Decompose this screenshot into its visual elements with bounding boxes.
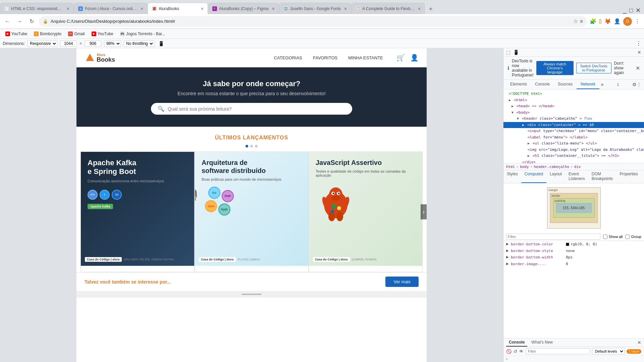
dot-1[interactable] bbox=[246, 145, 248, 147]
bc-header[interactable]: header.cabeçalho bbox=[534, 165, 569, 169]
show-all-checkbox[interactable] bbox=[603, 235, 607, 239]
suggestion-button[interactable]: Ver mais bbox=[385, 277, 419, 287]
bookmark-gmail[interactable]: M Gmail bbox=[65, 31, 87, 37]
minimize-button[interactable]: ⎯ bbox=[623, 7, 627, 14]
book-card-1[interactable]: Apache Kafkae Spring Boot Comunicação as… bbox=[80, 152, 195, 272]
dt-subtab-accessibility[interactable]: Accessibility bbox=[641, 170, 644, 183]
dt-kebab-icon[interactable]: ⋮ bbox=[637, 82, 641, 87]
dt-node-body[interactable]: ▼ <body> bbox=[503, 110, 644, 116]
dt-switch-btn[interactable]: Switch DevTools to Portuguese bbox=[576, 63, 611, 73]
dt-node-head[interactable]: ▶ <head> == </head> bbox=[503, 103, 644, 110]
nav-categorias[interactable]: CATEGORIAS bbox=[274, 55, 302, 60]
dt-tab-sources[interactable]: Sources bbox=[554, 80, 577, 89]
reload-button[interactable]: ↻ bbox=[27, 17, 36, 26]
bookmark-youtube-1[interactable]: ▶ YouTube bbox=[3, 31, 30, 37]
zoom-select[interactable]: 98% bbox=[104, 40, 121, 47]
dt-html-tree[interactable]: <!DOCTYPE html> ▶ <html> ▶ <head> == </h… bbox=[503, 89, 644, 163]
dt-console-ban-icon[interactable]: 🚫 bbox=[506, 349, 512, 354]
dt-console-tab-console[interactable]: Console bbox=[506, 339, 527, 347]
cart-icon[interactable]: 🛒 bbox=[396, 54, 405, 62]
height-input[interactable] bbox=[85, 41, 101, 47]
dt-console-prompt-row[interactable]: › bbox=[503, 356, 644, 362]
dt-node-ul[interactable]: ▶ <ul class="lista-menu"> </ul> bbox=[503, 140, 644, 147]
back-button[interactable]: ← bbox=[3, 17, 12, 26]
dt-node-header[interactable]: ▼ <header class="cabeçalho" > flex bbox=[503, 116, 644, 122]
dt-console-filter-input[interactable] bbox=[526, 348, 590, 354]
dt-device-icon[interactable]: 📱 bbox=[513, 50, 519, 55]
prop-arrow-3[interactable]: ▶ bbox=[506, 254, 509, 260]
maximize-button[interactable]: □ bbox=[629, 7, 633, 14]
dt-console-refresh-icon[interactable]: ↺ bbox=[514, 349, 517, 354]
settings-icon[interactable]: ⋮ bbox=[635, 18, 640, 24]
nav-favoritos[interactable]: FAVORITOS bbox=[313, 55, 337, 60]
dt-inspect-icon[interactable]: ⬚ bbox=[506, 50, 511, 55]
dt-node-label[interactable]: <label for="menu"> </label> bbox=[503, 134, 644, 141]
dt-always-match-btn[interactable]: Always match Chrome's language bbox=[536, 61, 574, 75]
dt-subtab-event-listeners[interactable]: Event Listeners bbox=[565, 170, 588, 183]
dt-subtab-styles[interactable]: Styles bbox=[503, 170, 521, 183]
dt-console-tab-whatsnew[interactable]: What's New bbox=[529, 339, 555, 347]
dt-levels-select[interactable]: Default levels bbox=[592, 348, 625, 355]
tab-6-close[interactable]: × bbox=[418, 6, 421, 11]
dt-node-html[interactable]: ▶ <html> bbox=[503, 97, 644, 104]
tab-6[interactable]: 📋 A Complete Guide to Flexbox | C... × bbox=[351, 3, 425, 14]
dt-node-h1[interactable]: ▶ <h1 class="container__titulo"> == </h1… bbox=[503, 153, 644, 159]
dt-prop-border-bottom-color[interactable]: ▶ border-bottom-color rgb(0, 0, 0) bbox=[503, 241, 644, 248]
extension-puzzle-icon[interactable]: 🧩 bbox=[590, 18, 596, 24]
dt-notif-close[interactable]: ✕ bbox=[636, 65, 640, 71]
dt-prompt-expand[interactable]: › bbox=[506, 357, 507, 361]
bookmark-bombcrypto[interactable]: ₿ Bombcrypto bbox=[31, 31, 64, 37]
extension-icon[interactable]: 🦊 bbox=[604, 18, 611, 24]
dt-subtab-computed[interactable]: Computed bbox=[521, 170, 546, 183]
tab-3[interactable]: 📕 AluraBooks × bbox=[148, 3, 208, 14]
responsive-select[interactable]: Responsive bbox=[28, 40, 57, 47]
dt-console-eye-icon[interactable]: 👁 bbox=[519, 349, 524, 354]
tab-1-close[interactable]: × bbox=[67, 6, 69, 11]
throttle-select[interactable]: No throttling bbox=[124, 40, 154, 47]
profile-picture-icon[interactable]: 👤 bbox=[614, 18, 621, 24]
bookmark-jogos[interactable]: 🎮 Jogos Torrents - Bai... bbox=[117, 31, 168, 37]
bc-html[interactable]: html bbox=[506, 165, 515, 169]
dt-subtab-dom-breakpoints[interactable]: DOM Breakpoints bbox=[588, 170, 616, 183]
dt-prop-border-bottom-width[interactable]: ▶ border-bottom-width 0px bbox=[503, 254, 644, 261]
tab-4-close[interactable]: × bbox=[272, 6, 274, 11]
book-card-3[interactable]: JavaScript Assertivo Testes e qualidade … bbox=[309, 152, 423, 272]
reader-icon[interactable]: ≡ bbox=[580, 18, 583, 24]
new-tab-button[interactable]: + bbox=[426, 4, 436, 14]
dt-tab-elements[interactable]: Elements bbox=[506, 80, 531, 89]
group-checkbox[interactable] bbox=[625, 235, 630, 239]
dt-close-icon[interactable]: ✕ bbox=[637, 50, 641, 55]
user-icon[interactable]: 👤 bbox=[410, 54, 419, 62]
more-options-icon[interactable]: ⋮ bbox=[636, 40, 641, 47]
width-input[interactable] bbox=[60, 41, 77, 47]
carousel-next-arrow[interactable]: › bbox=[421, 204, 427, 220]
sensor-icon[interactable]: 📱 bbox=[158, 41, 164, 46]
dt-gear-icon[interactable]: ⚙ bbox=[632, 82, 637, 87]
close-window-button[interactable]: ✕ bbox=[636, 7, 641, 14]
prop-arrow-4[interactable]: ▶ bbox=[506, 261, 509, 266]
profile-avatar[interactable]: O bbox=[623, 17, 632, 26]
dt-tabs-more-icon[interactable]: » bbox=[601, 81, 604, 87]
bc-div[interactable]: div bbox=[574, 165, 581, 169]
dt-tab-console[interactable]: Console bbox=[531, 80, 554, 89]
dt-tab-network[interactable]: Network bbox=[577, 80, 599, 89]
dot-3[interactable] bbox=[255, 145, 258, 147]
extension-btc-icon[interactable]: ₿ bbox=[599, 18, 602, 24]
dt-prop-border-image[interactable]: ▶ border-image-... 0 bbox=[503, 261, 644, 267]
bc-body[interactable]: body bbox=[520, 165, 529, 169]
dt-node-doctype[interactable]: <!DOCTYPE html> bbox=[503, 91, 644, 97]
color-swatch-1[interactable] bbox=[566, 243, 569, 246]
dt-node-container[interactable]: ▶ <div class="container" > == $0 bbox=[503, 122, 644, 128]
tab-1[interactable]: 📄 HTML e CSS: responsividade co... × bbox=[0, 3, 74, 14]
dt-dismiss-btn[interactable]: Don't show again bbox=[614, 61, 632, 75]
dt-filter-input[interactable] bbox=[506, 234, 600, 240]
prop-arrow-2[interactable]: ▶ bbox=[506, 248, 509, 253]
prop-arrow-1[interactable]: ▶ bbox=[506, 241, 509, 247]
tab-3-close[interactable]: × bbox=[201, 6, 204, 11]
bookmark-star-icon[interactable]: ☆ bbox=[573, 18, 578, 24]
tab-5-close[interactable]: × bbox=[344, 6, 347, 11]
search-input[interactable] bbox=[168, 106, 345, 112]
dot-2[interactable] bbox=[250, 145, 253, 147]
forward-button[interactable]: → bbox=[15, 17, 24, 26]
tab-2[interactable]: a Fórum | Alura - Cursos online de... × bbox=[74, 3, 148, 14]
